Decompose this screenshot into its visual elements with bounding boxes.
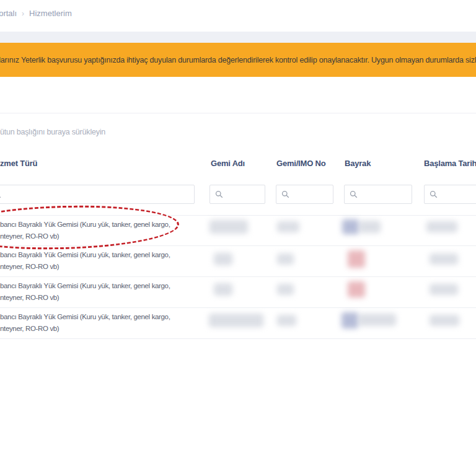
- service-type-text-line1: bancı Bayraklı Yük Gemisi (Kuru yük, tan…: [0, 221, 170, 228]
- page: damı Portalı›Hizmetlerim tlarınız Yeterl…: [0, 0, 476, 476]
- column-header-baslama-tarihi[interactable]: Başlama Tarihi: [424, 159, 476, 168]
- redacted-gemi-adi-blob: [214, 253, 232, 265]
- search-icon[interactable]: [281, 190, 289, 198]
- service-type-text-line2: nteyner, RO-RO vb): [0, 294, 59, 301]
- filter-input-hizmet-turu[interactable]: [4, 186, 194, 204]
- redacted-gemi-adi-blob: [209, 220, 248, 234]
- filter-input-gemi-adi[interactable]: [226, 186, 265, 204]
- column-header-hizmet-turu[interactable]: zmet Türü: [0, 159, 37, 168]
- redacted-gemi-adi-blob: [214, 283, 232, 296]
- redacted-bayrak-flag-blob: [342, 312, 358, 328]
- redacted-bayrak-flag-blob: [342, 219, 359, 234]
- service-type-text-line1: bancı Bayraklı Yük Gemisi (Kuru yük, tan…: [0, 282, 170, 289]
- redacted-imo-no-blob: [277, 221, 299, 232]
- filter-box-baslama-tarihi: [424, 185, 476, 204]
- search-icon[interactable]: [430, 190, 438, 198]
- filter-box-hizmet-turu: [0, 185, 195, 204]
- redacted-bayrak-flag-blob: [348, 281, 365, 298]
- filter-input-bayrak[interactable]: [361, 186, 412, 204]
- redacted-baslama-tarihi-blob: [430, 315, 459, 326]
- top-divider-band: [0, 32, 476, 43]
- breadcrumb-separator-icon: ›: [22, 9, 24, 18]
- service-type-text-line2: nteyner, RO-RO vb): [0, 263, 59, 270]
- column-header-bayrak[interactable]: Bayrak: [345, 159, 371, 168]
- filter-input-gemi-imo-no[interactable]: [293, 186, 333, 204]
- grid-group-panel[interactable]: ütun başlığını buraya sürükleyin: [0, 113, 476, 147]
- column-header-gemi-adi[interactable]: Gemi Adı: [211, 159, 245, 168]
- search-icon[interactable]: [215, 190, 223, 198]
- search-icon[interactable]: [350, 190, 358, 198]
- breadcrumb-portal-link[interactable]: damı Portalı: [0, 9, 17, 18]
- warning-banner: tlarınız Yeterlik başvurusu yaptığınızda…: [0, 43, 476, 77]
- filter-box-gemi-adi: [209, 185, 265, 204]
- warning-banner-text: tlarınız Yeterlik başvurusu yaptığınızda…: [0, 56, 476, 64]
- redacted-gemi-adi-blob: [209, 314, 263, 327]
- redacted-baslama-tarihi-blob: [430, 284, 458, 295]
- service-type-text-line2: nteyner, RO-RO vb): [0, 232, 59, 240]
- table-row[interactable]: bancı Bayraklı Yük Gemisi (Kuru yük, tan…: [0, 277, 476, 308]
- redacted-baslama-tarihi-blob: [426, 221, 457, 232]
- service-type-text-line2: nteyner, RO-RO vb): [0, 325, 59, 332]
- redacted-imo-no-blob: [277, 284, 294, 295]
- redacted-imo-no-blob: [277, 253, 294, 265]
- redacted-imo-no-blob: [277, 315, 296, 326]
- breadcrumb: damı Portalı›Hizmetlerim: [0, 9, 476, 18]
- filter-input-baslama-tarihi[interactable]: [441, 186, 476, 204]
- filter-box-bayrak: [344, 185, 412, 204]
- redacted-baslama-tarihi-blob: [430, 253, 458, 265]
- group-panel-hint-text: ütun başlığını buraya sürükleyin: [0, 128, 105, 136]
- table-row[interactable]: bancı Bayraklı Yük Gemisi (Kuru yük, tan…: [0, 246, 476, 277]
- redacted-bayrak-text-blob: [359, 314, 396, 326]
- filter-box-gemi-imo-no: [276, 185, 333, 204]
- search-icon[interactable]: [0, 190, 1, 198]
- column-header-gemi-imo-no[interactable]: Gemi/IMO No: [276, 159, 325, 168]
- redacted-bayrak-text-blob: [359, 221, 381, 233]
- service-type-text-line1: bancı Bayraklı Yük Gemisi (Kuru yük, tan…: [0, 251, 170, 258]
- redacted-bayrak-flag-blob: [348, 250, 365, 268]
- service-type-text-line1: bancı Bayraklı Yük Gemisi (Kuru yük, tan…: [0, 313, 170, 320]
- breadcrumb-current-link[interactable]: Hizmetlerim: [29, 9, 72, 18]
